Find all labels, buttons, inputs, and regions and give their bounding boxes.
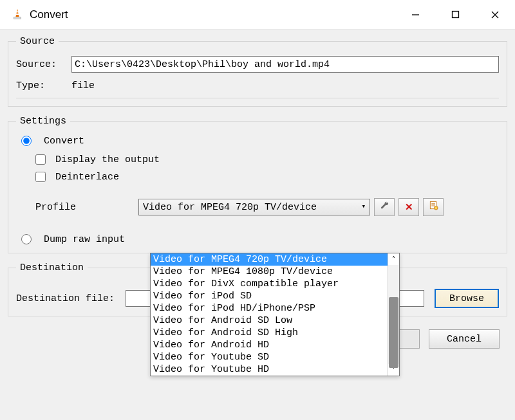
- window-body: Source Source: Type: file Settings Conve…: [0, 30, 515, 356]
- convert-radio-label: Convert: [44, 136, 84, 147]
- window-controls: [395, 0, 515, 29]
- close-button[interactable]: [475, 0, 515, 29]
- source-group: Source Source: Type: file: [8, 36, 507, 107]
- type-label: Type:: [16, 80, 71, 91]
- scroll-thumb[interactable]: [389, 297, 398, 368]
- type-value: file: [71, 80, 95, 91]
- destination-file-label: Destination file:: [16, 293, 126, 304]
- deinterlace-checkbox[interactable]: [35, 172, 46, 182]
- edit-profile-button[interactable]: [374, 198, 395, 216]
- cancel-button[interactable]: Cancel: [429, 329, 500, 349]
- profile-option[interactable]: Video for MPEG4 720p TV/device: [151, 253, 388, 266]
- settings-group: Settings Convert Display the output Dein…: [8, 116, 507, 253]
- svg-rect-1: [16, 11, 18, 12]
- cancel-button-label: Cancel: [447, 334, 482, 345]
- vlc-cone-icon: [10, 8, 24, 22]
- svg-rect-0: [14, 17, 21, 19]
- profile-option[interactable]: Video for Android HD: [151, 339, 388, 351]
- source-separator: [16, 98, 499, 98]
- maximize-button[interactable]: [435, 0, 475, 29]
- profile-option[interactable]: Video for DivX compatible player: [151, 278, 388, 290]
- profile-scrollbar[interactable]: ˄ ˅: [388, 253, 399, 376]
- svg-rect-2: [16, 14, 19, 15]
- display-output-checkbox[interactable]: [35, 154, 46, 165]
- profile-dropdown[interactable]: Video for MPEG4 720p TV/device: [138, 199, 370, 215]
- profile-dropdown-value: Video for MPEG4 720p TV/device: [143, 202, 317, 213]
- scroll-track[interactable]: [388, 265, 399, 364]
- new-profile-button[interactable]: [423, 198, 444, 216]
- profile-option[interactable]: Video for MPEG4 1080p TV/device: [151, 266, 388, 278]
- deinterlace-label: Deinterlace: [55, 172, 119, 183]
- x-icon: ✕: [405, 201, 413, 213]
- minimize-button[interactable]: [395, 0, 435, 29]
- delete-profile-button[interactable]: ✕: [398, 198, 419, 216]
- source-label: Source:: [16, 59, 71, 70]
- profile-label: Profile: [35, 202, 138, 213]
- wrench-icon: [380, 201, 389, 214]
- destination-legend: Destination: [16, 262, 88, 273]
- display-output-label: Display the output: [55, 154, 160, 165]
- profile-option[interactable]: Video for Youtube SD: [151, 351, 388, 363]
- scroll-up-icon[interactable]: ˄: [388, 253, 399, 265]
- titlebar: Convert: [0, 0, 515, 30]
- profile-dropdown-list[interactable]: Video for MPEG4 720p TV/device Video for…: [150, 253, 400, 376]
- convert-radio[interactable]: [21, 136, 32, 146]
- profile-option[interactable]: Video for iPod SD: [151, 290, 388, 302]
- profile-option[interactable]: Video for Android SD Low: [151, 315, 388, 327]
- source-input[interactable]: [71, 56, 499, 73]
- svg-point-11: [434, 206, 438, 210]
- profile-option[interactable]: Video for Android SD High: [151, 327, 388, 339]
- browse-button-label: Browse: [449, 293, 484, 304]
- profile-option[interactable]: Video for Youtube HD: [151, 363, 388, 376]
- convert-window: Convert Source Source: Type: file: [0, 0, 515, 420]
- profile-option[interactable]: Video for iPod HD/iPhone/PSP: [151, 302, 388, 315]
- doc-icon: [429, 201, 438, 214]
- source-legend: Source: [16, 36, 59, 47]
- browse-button[interactable]: Browse: [435, 289, 499, 308]
- window-title: Convert: [30, 8, 68, 21]
- settings-legend: Settings: [16, 116, 70, 127]
- dump-raw-radio[interactable]: [21, 234, 32, 244]
- svg-rect-4: [452, 12, 458, 18]
- profile-dropdown-items: Video for MPEG4 720p TV/device Video for…: [151, 253, 388, 376]
- dump-raw-label: Dump raw input: [44, 234, 125, 245]
